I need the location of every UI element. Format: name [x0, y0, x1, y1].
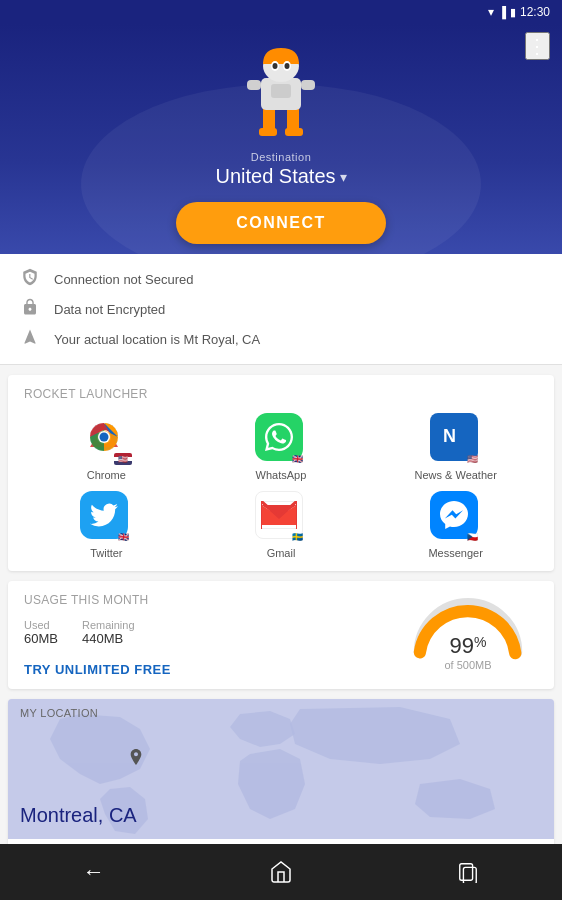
app-grid: 🇺🇸 Chrome 🇬🇧 WhatsApp	[24, 413, 538, 559]
used-label: Used	[24, 619, 58, 631]
gmail-icon-wrapper: 🇸🇪	[255, 491, 307, 543]
svg-rect-23	[460, 864, 473, 881]
encryption-status-text: Data not Encrypted	[54, 302, 165, 317]
connection-status-text: Connection not Secured	[54, 272, 193, 287]
gauge-value: 99% of 500MB	[444, 633, 491, 671]
chrome-flag: 🇺🇸	[114, 453, 132, 465]
mascot-icon	[241, 44, 321, 139]
gauge-container: 99% of 500MB	[398, 591, 538, 671]
app-item-whatsapp[interactable]: 🇬🇧 WhatsApp	[199, 413, 364, 481]
rocket-launcher-section: Rocket Launcher	[8, 375, 554, 571]
location-pin-icon	[128, 749, 144, 774]
remaining-stat: Remaining 440MB	[82, 619, 135, 646]
gauge-percent-value: 99	[450, 633, 474, 658]
gauge-percent-sign: %	[474, 634, 486, 650]
security-section: Connection not Secured Data not Encrypte…	[0, 254, 562, 365]
security-item-location: Your actual location is Mt Royal, CA	[20, 328, 542, 350]
map-section: My Location Montreal, CA CHANGE LOCATION	[8, 699, 554, 844]
news-icon-wrapper: N 🇺🇸	[430, 413, 482, 465]
twitter-label: Twitter	[90, 547, 122, 559]
remaining-label: Remaining	[82, 619, 135, 631]
svg-rect-6	[301, 80, 315, 90]
more-menu-button[interactable]: ⋮	[525, 32, 550, 60]
hero-header: ⋮ Destina	[0, 24, 562, 254]
news-flag: 🇺🇸	[464, 453, 482, 465]
status-icons: ▾ ▐ ▮ 12:30	[488, 5, 550, 19]
twitter-icon-wrapper: 🇬🇧	[80, 491, 132, 543]
chrome-label: Chrome	[87, 469, 126, 481]
whatsapp-label: WhatsApp	[256, 469, 307, 481]
signal-icon: ▐	[498, 6, 506, 18]
messenger-label: Messenger	[428, 547, 482, 559]
map-container: My Location Montreal, CA	[8, 699, 554, 839]
gmail-label: Gmail	[267, 547, 296, 559]
main-content: Connection not Secured Data not Encrypte…	[0, 254, 562, 844]
actual-location-text: Your actual location is Mt Royal, CA	[54, 332, 260, 347]
chrome-icon-wrapper: 🇺🇸	[80, 413, 132, 465]
no-lock-icon	[20, 298, 40, 320]
svg-rect-2	[259, 128, 277, 136]
battery-icon: ▮	[510, 6, 516, 19]
twitter-flag: 🇬🇧	[114, 531, 132, 543]
bottom-navigation: ←	[0, 844, 562, 900]
news-label: News & Weather	[415, 469, 497, 481]
svg-text:N: N	[443, 426, 456, 446]
whatsapp-icon-wrapper: 🇬🇧	[255, 413, 307, 465]
app-item-messenger[interactable]: 🇨🇿 Messenger	[373, 491, 538, 559]
gmail-flag: 🇸🇪	[289, 531, 307, 543]
app-item-twitter[interactable]: 🇬🇧 Twitter	[24, 491, 189, 559]
svg-rect-13	[271, 84, 291, 98]
used-value: 60MB	[24, 631, 58, 646]
svg-point-12	[285, 63, 290, 69]
status-time: 12:30	[520, 5, 550, 19]
whatsapp-flag: 🇬🇧	[289, 453, 307, 465]
messenger-flag: 🇨🇿	[464, 531, 482, 543]
mascot-container	[241, 44, 321, 143]
status-bar: ▾ ▐ ▮ 12:30	[0, 0, 562, 24]
svg-rect-5	[247, 80, 261, 90]
back-button[interactable]: ←	[64, 852, 124, 892]
messenger-icon-wrapper: 🇨🇿	[430, 491, 482, 543]
gauge-limit-text: of 500MB	[444, 659, 491, 671]
no-shield-icon	[20, 268, 40, 290]
wifi-icon: ▾	[488, 5, 494, 19]
security-item-encryption: Data not Encrypted	[20, 298, 542, 320]
location-icon	[20, 328, 40, 350]
location-city-text: Montreal, CA	[20, 804, 137, 827]
app-item-chrome[interactable]: 🇺🇸 Chrome	[24, 413, 189, 481]
svg-rect-3	[285, 128, 303, 136]
usage-section: Usage this Month 99% of 500MB Used 60MB …	[8, 581, 554, 689]
rocket-launcher-title: Rocket Launcher	[24, 387, 538, 401]
security-item-connection: Connection not Secured	[20, 268, 542, 290]
used-stat: Used 60MB	[24, 619, 58, 646]
home-button[interactable]	[251, 852, 311, 892]
svg-point-19	[100, 433, 109, 442]
recents-button[interactable]	[438, 852, 498, 892]
remaining-value: 440MB	[82, 631, 135, 646]
app-item-gmail[interactable]: 🇸🇪 Gmail	[199, 491, 364, 559]
app-item-news[interactable]: N 🇺🇸 News & Weather	[373, 413, 538, 481]
my-location-label: My Location	[20, 707, 98, 719]
svg-point-11	[273, 63, 278, 69]
